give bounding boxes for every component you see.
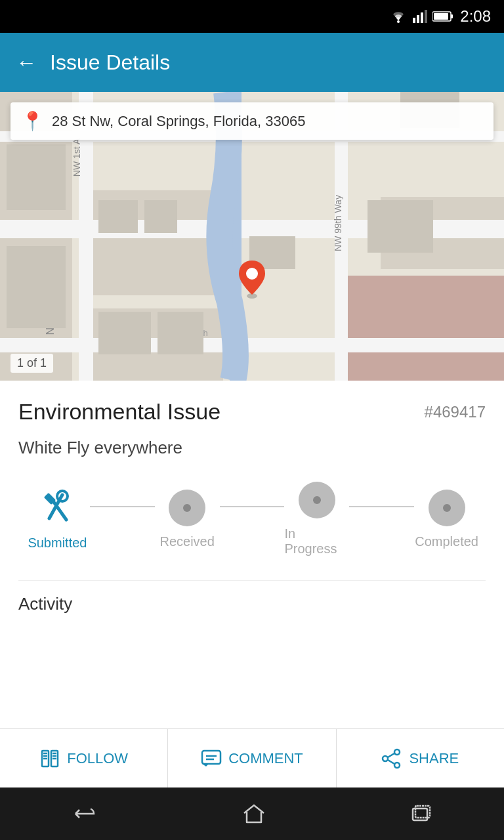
svg-rect-13 (348, 276, 504, 381)
follow-icon (39, 748, 60, 769)
signal-icon (413, 10, 427, 23)
comment-icon (201, 748, 222, 769)
activity-section: Activity (18, 580, 486, 614)
system-nav-bar (0, 788, 504, 840)
tools-icon (37, 488, 77, 528)
issue-description: White Fly everywhere (18, 438, 486, 458)
svg-rect-28 (144, 200, 177, 233)
share-label: SHARE (409, 750, 459, 767)
status-step-received: Received (155, 490, 220, 549)
svg-rect-1 (413, 18, 415, 23)
step-connector-1 (90, 506, 155, 507)
share-button[interactable]: SHARE (337, 729, 504, 788)
step-label-received: Received (159, 534, 214, 549)
system-home-button[interactable] (243, 804, 265, 824)
svg-text:NW 1st A: NW 1st A (72, 138, 82, 177)
step-label-in-progress: In Progress (284, 526, 349, 556)
status-step-completed: Completed (414, 490, 479, 549)
step-connector-3 (349, 506, 414, 507)
svg-point-53 (394, 749, 400, 755)
issue-number: #469417 (425, 403, 486, 421)
step-connector-2 (220, 506, 285, 507)
svg-rect-29 (98, 312, 151, 354)
share-icon (381, 748, 402, 769)
step-label-submitted: Submitted (28, 536, 87, 551)
app-bar-title: Issue Details (50, 51, 170, 75)
status-bar: 2:08 (0, 0, 504, 33)
svg-rect-6 (451, 14, 453, 18)
svg-rect-30 (158, 312, 203, 354)
svg-point-37 (246, 268, 258, 280)
svg-rect-3 (421, 12, 423, 23)
wifi-icon (389, 10, 408, 23)
issue-header: Environmental Issue #469417 (18, 399, 486, 425)
status-icons (389, 10, 453, 23)
svg-rect-34 (7, 144, 66, 210)
comment-button[interactable]: COMMENT (168, 729, 336, 788)
svg-rect-4 (425, 10, 427, 23)
system-recents-button[interactable] (411, 805, 431, 823)
location-pin-icon: 📍 (21, 110, 44, 132)
content-area: Environmental Issue #469417 White Fly ev… (0, 381, 504, 614)
svg-rect-27 (98, 200, 138, 233)
status-step-submitted: Submitted (25, 488, 90, 551)
activity-title: Activity (18, 594, 72, 614)
svg-point-54 (383, 756, 388, 761)
step-label-completed: Completed (415, 534, 478, 549)
svg-rect-35 (7, 246, 66, 328)
address-bar: 📍 28 St Nw, Coral Springs, Florida, 3306… (10, 102, 494, 140)
svg-line-57 (388, 760, 394, 764)
follow-button[interactable]: FOLLOW (0, 729, 168, 788)
comment-label: COMMENT (228, 750, 303, 767)
map-pin[interactable] (236, 259, 268, 301)
status-time: 2:08 (460, 7, 491, 26)
app-bar: ← Issue Details (0, 33, 504, 92)
action-bar: FOLLOW COMMENT SHARE (0, 728, 504, 788)
system-back-button[interactable] (73, 805, 96, 822)
follow-label: FOLLOW (67, 750, 128, 767)
status-step-in-progress: In Progress (284, 482, 349, 556)
map-container[interactable]: NW 101st Ave NW 1st A NW 99th Way NW 3 C… (0, 92, 504, 381)
map-counter: 1 of 1 (10, 354, 53, 373)
back-button[interactable]: ← (16, 51, 37, 75)
battery-icon (432, 10, 453, 22)
svg-point-55 (394, 763, 400, 768)
svg-rect-16 (0, 338, 504, 352)
svg-rect-7 (434, 13, 448, 20)
map-address: 28 St Nw, Coral Springs, Florida, 33065 (52, 113, 305, 130)
svg-rect-31 (368, 200, 433, 253)
svg-rect-50 (202, 751, 220, 764)
svg-line-56 (388, 753, 394, 757)
svg-point-0 (397, 20, 400, 23)
status-progress: Submitted Received In Progress C (18, 482, 486, 556)
svg-text:NW 99th Way: NW 99th Way (333, 195, 343, 251)
svg-rect-2 (417, 15, 419, 23)
issue-title: Environmental Issue (18, 399, 220, 425)
